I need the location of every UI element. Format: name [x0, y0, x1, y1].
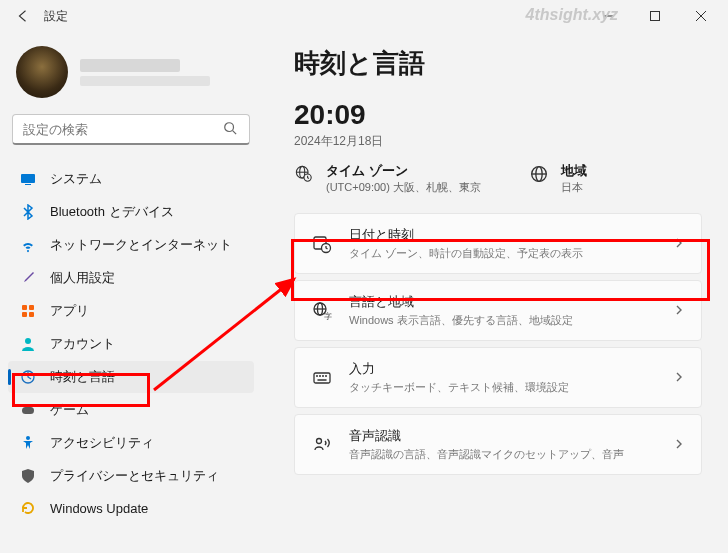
sidebar-item-windows-update[interactable]: Windows Update	[8, 493, 254, 523]
titlebar: 設定	[0, 0, 728, 32]
card-title: 言語と地域	[349, 293, 673, 311]
language-icon: 字	[311, 300, 333, 322]
sidebar-item-label: 個人用設定	[50, 269, 115, 287]
sidebar-item-personalization[interactable]: 個人用設定	[8, 262, 254, 294]
timezone-info[interactable]: タイム ゾーン (UTC+09:00) 大阪、札幌、東京	[294, 162, 481, 195]
card-sub: タッチキーボード、テキスト候補、環境設定	[349, 380, 673, 395]
svg-point-15	[26, 436, 30, 440]
globe-icon	[529, 164, 549, 184]
svg-rect-1	[651, 12, 660, 21]
gaming-icon	[20, 402, 36, 418]
wifi-icon	[20, 237, 36, 253]
svg-rect-10	[22, 312, 27, 317]
sidebar-item-accessibility[interactable]: アクセシビリティ	[8, 427, 254, 459]
sidebar-item-privacy[interactable]: プライバシーとセキュリティ	[8, 460, 254, 492]
sidebar-item-label: ネットワークとインターネット	[50, 236, 232, 254]
page-title: 時刻と言語	[294, 46, 702, 81]
card-speech[interactable]: 音声認識 音声認識の言語、音声認識マイクのセットアップ、音声	[294, 414, 702, 475]
sidebar-item-label: アプリ	[50, 302, 89, 320]
sidebar-item-label: システム	[50, 170, 102, 188]
keyboard-icon	[311, 367, 333, 389]
globe-clock-icon	[20, 369, 36, 385]
chevron-right-icon	[673, 302, 685, 320]
timezone-value: (UTC+09:00) 大阪、札幌、東京	[326, 180, 481, 195]
back-button[interactable]	[12, 6, 32, 26]
sidebar-item-time-language[interactable]: 時刻と言語	[8, 361, 254, 393]
nav: システム Bluetooth とデバイス ネットワークとインターネット 個人用設…	[8, 163, 254, 523]
sidebar-item-label: アカウント	[50, 335, 115, 353]
main-panel: 時刻と言語 20:09 2024年12月18日 タイム ゾーン (UTC+09:…	[262, 32, 728, 553]
svg-point-12	[25, 338, 31, 344]
profile-email-redacted	[80, 76, 210, 86]
svg-point-4	[225, 123, 234, 132]
timezone-label: タイム ゾーン	[326, 162, 481, 180]
close-button[interactable]	[678, 0, 724, 32]
sidebar-item-apps[interactable]: アプリ	[8, 295, 254, 327]
card-sub: Windows 表示言語、優先する言語、地域設定	[349, 313, 673, 328]
chevron-right-icon	[673, 436, 685, 454]
search-box[interactable]	[12, 114, 250, 145]
card-title: 日付と時刻	[349, 226, 673, 244]
svg-rect-8	[22, 305, 27, 310]
window-title: 設定	[44, 8, 68, 25]
shield-icon	[20, 468, 36, 484]
card-sub: 音声認識の言語、音声認識マイクのセットアップ、音声	[349, 447, 673, 462]
sidebar-item-label: Windows Update	[50, 501, 148, 516]
svg-rect-6	[21, 174, 35, 183]
profile[interactable]	[8, 42, 254, 114]
svg-line-5	[233, 131, 237, 135]
sidebar-item-gaming[interactable]: ゲーム	[8, 394, 254, 426]
avatar	[16, 46, 68, 98]
maximize-button[interactable]	[632, 0, 678, 32]
globe-icon	[294, 164, 314, 184]
svg-rect-9	[29, 305, 34, 310]
account-icon	[20, 336, 36, 352]
svg-point-36	[317, 438, 322, 443]
sidebar-item-system[interactable]: システム	[8, 163, 254, 195]
svg-rect-14	[22, 407, 34, 414]
svg-rect-11	[29, 312, 34, 317]
sidebar-item-label: 時刻と言語	[50, 368, 115, 386]
region-label: 地域	[561, 162, 587, 180]
sidebar-item-label: アクセシビリティ	[50, 434, 154, 452]
svg-text:字: 字	[324, 312, 332, 321]
search-input[interactable]	[23, 122, 223, 137]
sidebar-item-network[interactable]: ネットワークとインターネット	[8, 229, 254, 261]
accessibility-icon	[20, 435, 36, 451]
sidebar-item-accounts[interactable]: アカウント	[8, 328, 254, 360]
search-icon	[223, 121, 239, 137]
profile-name-redacted	[80, 59, 180, 72]
bluetooth-icon	[20, 204, 36, 220]
calendar-clock-icon	[311, 233, 333, 255]
paint-icon	[20, 270, 36, 286]
sidebar-item-label: プライバシーとセキュリティ	[50, 467, 219, 485]
chevron-right-icon	[673, 235, 685, 253]
speech-icon	[311, 434, 333, 456]
sidebar-item-label: Bluetooth とデバイス	[50, 203, 174, 221]
system-icon	[20, 171, 36, 187]
svg-rect-30	[314, 373, 330, 383]
current-date: 2024年12月18日	[294, 133, 702, 150]
sidebar-item-label: ゲーム	[50, 401, 89, 419]
card-sub: タイム ゾーン、時計の自動設定、予定表の表示	[349, 246, 673, 261]
profile-info	[80, 59, 246, 86]
card-date-time[interactable]: 日付と時刻 タイム ゾーン、時計の自動設定、予定表の表示	[294, 213, 702, 274]
sidebar-item-bluetooth[interactable]: Bluetooth とデバイス	[8, 196, 254, 228]
region-info[interactable]: 地域 日本	[529, 162, 587, 195]
card-title: 入力	[349, 360, 673, 378]
info-row: タイム ゾーン (UTC+09:00) 大阪、札幌、東京 地域 日本	[294, 162, 702, 195]
update-icon	[20, 500, 36, 516]
chevron-right-icon	[673, 369, 685, 387]
minimize-button[interactable]	[586, 0, 632, 32]
region-value: 日本	[561, 180, 587, 195]
svg-rect-7	[25, 184, 31, 185]
current-time: 20:09	[294, 99, 702, 131]
card-typing[interactable]: 入力 タッチキーボード、テキスト候補、環境設定	[294, 347, 702, 408]
card-title: 音声認識	[349, 427, 673, 445]
card-language-region[interactable]: 字 言語と地域 Windows 表示言語、優先する言語、地域設定	[294, 280, 702, 341]
apps-icon	[20, 303, 36, 319]
sidebar: システム Bluetooth とデバイス ネットワークとインターネット 個人用設…	[0, 32, 262, 553]
settings-window: 設定 4thsight.xyz	[0, 0, 728, 553]
